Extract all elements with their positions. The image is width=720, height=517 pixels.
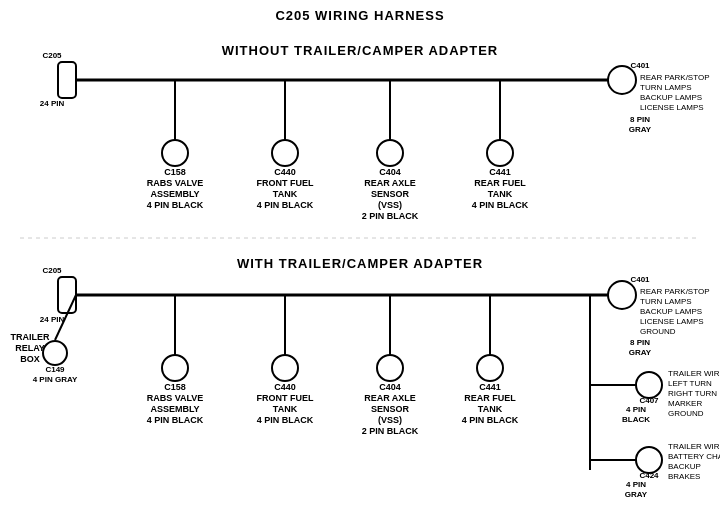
svg-point-15 bbox=[43, 341, 67, 365]
bot-c424-pin2: GRAY bbox=[625, 490, 648, 499]
bot-c407-desc2: LEFT TURN bbox=[668, 379, 712, 388]
top-c404-id: C404 bbox=[379, 167, 401, 177]
bot-c404-desc4: 2 PIN BLACK bbox=[362, 426, 419, 436]
bot-c441-desc3: 4 PIN BLACK bbox=[462, 415, 519, 425]
bot-c440-id: C440 bbox=[274, 382, 296, 392]
top-c441-desc2: TANK bbox=[488, 189, 513, 199]
bot-c407-pin1: 4 PIN bbox=[626, 405, 646, 414]
svg-rect-1 bbox=[58, 62, 76, 98]
svg-point-2 bbox=[608, 66, 636, 94]
top-c404-desc3: (VSS) bbox=[378, 200, 402, 210]
bottom-section-title: WITH TRAILER/CAMPER ADAPTER bbox=[237, 256, 483, 271]
bot-c440-desc3: 4 PIN BLACK bbox=[257, 415, 314, 425]
bot-c149-pin: 4 PIN GRAY bbox=[33, 375, 78, 384]
bot-c424-desc4: BRAKES bbox=[668, 472, 700, 481]
bot-c407-desc4: MARKER bbox=[668, 399, 702, 408]
bot-left-pin: 24 PIN bbox=[40, 315, 65, 324]
bot-relay-label3: BOX bbox=[20, 354, 40, 364]
svg-rect-13 bbox=[58, 277, 76, 313]
top-right-desc3: BACKUP LAMPS bbox=[640, 93, 702, 102]
bot-right-desc4: LICENSE LAMPS bbox=[640, 317, 704, 326]
bot-c404-desc3: (VSS) bbox=[378, 415, 402, 425]
top-c404-desc2: SENSOR bbox=[371, 189, 410, 199]
bot-c441-desc2: TANK bbox=[478, 404, 503, 414]
bot-c441-desc1: REAR FUEL bbox=[464, 393, 516, 403]
bot-c149-id: C149 bbox=[45, 365, 65, 374]
bot-c407-desc1: TRAILER WIRES bbox=[668, 369, 720, 378]
bot-c404-id: C404 bbox=[379, 382, 401, 392]
bot-c158-desc2: ASSEMBLY bbox=[150, 404, 199, 414]
bot-c424-desc2: BATTERY CHARGE bbox=[668, 452, 720, 461]
bot-relay-label2: RELAY bbox=[15, 343, 45, 353]
bot-c424-desc3: BACKUP bbox=[668, 462, 701, 471]
bot-c404-desc1: REAR AXLE bbox=[364, 393, 416, 403]
bot-right-color: GRAY bbox=[629, 348, 652, 357]
bot-right-desc2: TURN LAMPS bbox=[640, 297, 692, 306]
top-c440-id: C440 bbox=[274, 167, 296, 177]
diagram-container: C205 WIRING HARNESS WITHOUT TRAILER/CAMP… bbox=[0, 0, 720, 517]
svg-point-30 bbox=[477, 355, 503, 381]
bot-c158-desc3: 4 PIN BLACK bbox=[147, 415, 204, 425]
svg-point-22 bbox=[636, 447, 662, 473]
bot-left-id: C205 bbox=[42, 266, 62, 275]
top-left-pin: 24 PIN bbox=[40, 99, 65, 108]
bot-c407-desc3: RIGHT TURN bbox=[668, 389, 717, 398]
svg-point-6 bbox=[272, 140, 298, 166]
bot-relay-label1: TRAILER bbox=[11, 332, 50, 342]
bot-c424-desc1: TRAILER WIRES bbox=[668, 442, 720, 451]
top-c404-desc1: REAR AXLE bbox=[364, 178, 416, 188]
wiring-diagram: WITHOUT TRAILER/CAMPER ADAPTER C205 24 P… bbox=[0, 0, 720, 517]
bot-right-id: C401 bbox=[630, 275, 650, 284]
top-right-color: GRAY bbox=[629, 125, 652, 134]
svg-point-10 bbox=[487, 140, 513, 166]
top-section-title: WITHOUT TRAILER/CAMPER ADAPTER bbox=[222, 43, 499, 58]
svg-point-28 bbox=[377, 355, 403, 381]
top-right-pin: 8 PIN bbox=[630, 115, 650, 124]
top-c441-desc3: 4 PIN BLACK bbox=[472, 200, 529, 210]
svg-point-4 bbox=[162, 140, 188, 166]
top-right-desc2: TURN LAMPS bbox=[640, 83, 692, 92]
bot-c407-id: C407 bbox=[639, 396, 659, 405]
top-c440-desc1: FRONT FUEL bbox=[257, 178, 314, 188]
svg-point-24 bbox=[162, 355, 188, 381]
svg-point-16 bbox=[608, 281, 636, 309]
top-c158-desc2: ASSEMBLY bbox=[150, 189, 199, 199]
svg-point-8 bbox=[377, 140, 403, 166]
top-left-id: C205 bbox=[42, 51, 62, 60]
top-right-desc4: LICENSE LAMPS bbox=[640, 103, 704, 112]
bot-right-pin: 8 PIN bbox=[630, 338, 650, 347]
bot-c424-pin1: 4 PIN bbox=[626, 480, 646, 489]
bot-c158-desc1: RABS VALVE bbox=[147, 393, 204, 403]
top-c158-desc3: 4 PIN BLACK bbox=[147, 200, 204, 210]
bot-c441-id: C441 bbox=[479, 382, 501, 392]
top-c441-id: C441 bbox=[489, 167, 511, 177]
top-c440-desc2: TANK bbox=[273, 189, 298, 199]
bot-right-desc3: BACKUP LAMPS bbox=[640, 307, 702, 316]
top-c440-desc3: 4 PIN BLACK bbox=[257, 200, 314, 210]
top-c404-desc4: 2 PIN BLACK bbox=[362, 211, 419, 221]
svg-point-26 bbox=[272, 355, 298, 381]
top-right-id: C401 bbox=[630, 61, 650, 70]
bot-c440-desc1: FRONT FUEL bbox=[257, 393, 314, 403]
svg-point-20 bbox=[636, 372, 662, 398]
bot-c158-id: C158 bbox=[164, 382, 186, 392]
top-c158-desc1: RABS VALVE bbox=[147, 178, 204, 188]
bot-right-desc5: GROUND bbox=[640, 327, 676, 336]
bot-c424-id: C424 bbox=[639, 471, 659, 480]
bot-c440-desc2: TANK bbox=[273, 404, 298, 414]
bot-c407-desc5: GROUND bbox=[668, 409, 704, 418]
bot-c404-desc2: SENSOR bbox=[371, 404, 410, 414]
bot-c407-pin2: BLACK bbox=[622, 415, 650, 424]
bot-right-desc1: REAR PARK/STOP bbox=[640, 287, 710, 296]
top-c441-desc1: REAR FUEL bbox=[474, 178, 526, 188]
top-right-desc1: REAR PARK/STOP bbox=[640, 73, 710, 82]
top-c158-id: C158 bbox=[164, 167, 186, 177]
